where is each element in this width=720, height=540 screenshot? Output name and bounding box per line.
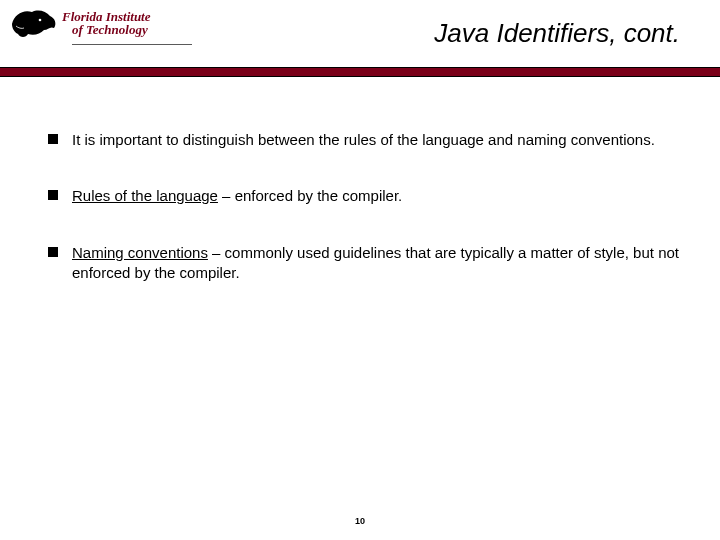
- slide-title: Java Identifiers, cont.: [434, 18, 680, 49]
- bullet-text: It is important to distinguish between t…: [72, 130, 680, 150]
- bullet-item: It is important to distinguish between t…: [48, 130, 680, 150]
- bullet-square-icon: [48, 134, 58, 144]
- logo-underline: [72, 44, 192, 45]
- panther-icon: [10, 6, 58, 40]
- page-number: 10: [355, 516, 365, 526]
- slide-header: Florida Institute of Technology Java Ide…: [0, 0, 720, 68]
- bullet-item: Naming conventions – commonly used guide…: [48, 243, 680, 284]
- header-rule: [0, 67, 720, 77]
- logo-line2: of Technology: [72, 23, 151, 36]
- slide: Florida Institute of Technology Java Ide…: [0, 0, 720, 540]
- bullet-square-icon: [48, 247, 58, 257]
- slide-content: It is important to distinguish between t…: [48, 130, 680, 319]
- logo-text: Florida Institute of Technology: [62, 10, 151, 36]
- bullet-text: Naming conventions – commonly used guide…: [72, 243, 680, 284]
- bullet-square-icon: [48, 190, 58, 200]
- fit-logo: Florida Institute of Technology: [10, 6, 151, 40]
- svg-point-0: [39, 19, 42, 22]
- bullet-item: Rules of the language – enforced by the …: [48, 186, 680, 206]
- bullet-text: Rules of the language – enforced by the …: [72, 186, 680, 206]
